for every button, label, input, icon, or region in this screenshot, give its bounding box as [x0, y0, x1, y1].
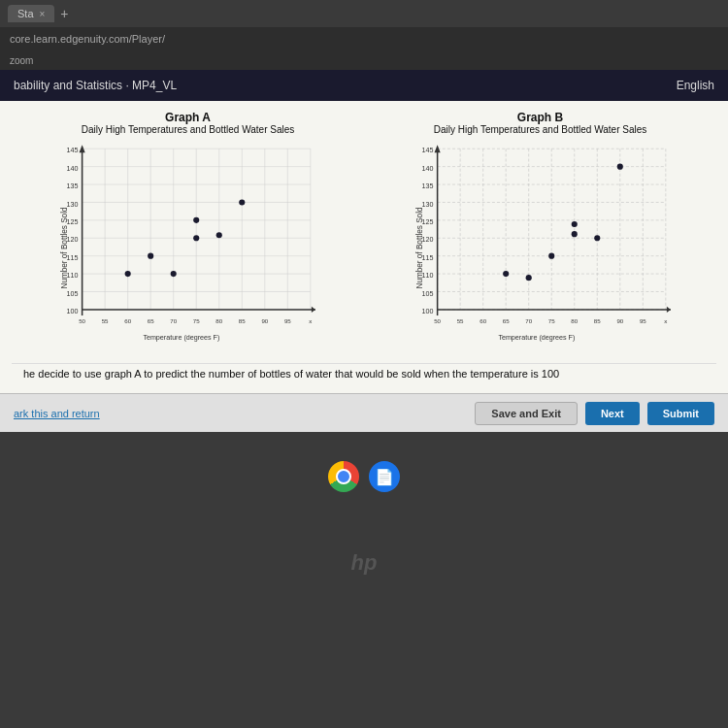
svg-point-50 [171, 271, 177, 277]
svg-text:135: 135 [422, 182, 434, 190]
svg-text:120: 120 [67, 236, 79, 244]
graph-a: Number of Bottles Sold [36, 139, 337, 357]
graph-b: Number of Bottles Sold [391, 139, 692, 357]
svg-text:105: 105 [422, 290, 434, 298]
files-icon[interactable]: 📄 [369, 461, 400, 492]
graph-b-svg: Number of Bottles Sold [391, 139, 692, 357]
svg-point-107 [594, 235, 600, 241]
svg-point-109 [572, 231, 578, 237]
svg-text:60: 60 [124, 317, 131, 324]
svg-text:110: 110 [422, 272, 434, 280]
question-content: he decide to use graph A to predict the … [23, 368, 559, 380]
svg-text:85: 85 [239, 317, 246, 324]
svg-text:55: 55 [102, 317, 109, 324]
svg-point-48 [125, 271, 131, 277]
taskbar: 📄 hp [0, 432, 728, 728]
svg-text:80: 80 [571, 317, 578, 324]
svg-point-105 [548, 253, 554, 259]
svg-point-103 [503, 271, 509, 277]
action-buttons: Save and Exit Next Submit [475, 402, 714, 425]
svg-text:125: 125 [422, 218, 434, 226]
svg-point-49 [148, 253, 153, 259]
submit-button[interactable]: Submit [647, 402, 714, 425]
svg-point-53 [239, 199, 245, 205]
svg-text:90: 90 [261, 317, 268, 324]
graph-a-title-block: Graph A Daily High Temperatures and Bott… [12, 111, 364, 135]
save-exit-button[interactable]: Save and Exit [475, 402, 578, 425]
svg-text:145: 145 [67, 147, 79, 154]
svg-point-52 [216, 232, 222, 238]
svg-point-51 [193, 217, 199, 223]
svg-point-104 [526, 275, 532, 281]
graphs-titles: Graph A Daily High Temperatures and Bott… [12, 111, 716, 135]
tab-label: Sta [17, 8, 34, 19]
svg-text:115: 115 [67, 254, 79, 262]
tab-close-button[interactable]: × [40, 9, 46, 19]
hp-logo: hp [351, 550, 378, 576]
browser-bar: Sta × + [0, 0, 728, 27]
zoom-bar: zoom [0, 50, 728, 70]
svg-text:130: 130 [422, 201, 434, 209]
svg-text:x: x [309, 317, 312, 324]
svg-text:65: 65 [503, 317, 510, 324]
app-header: bability and Statistics · MP4_VL English [0, 70, 728, 101]
browser-tab[interactable]: Sta × [8, 5, 54, 22]
svg-text:125: 125 [67, 218, 79, 226]
svg-text:80: 80 [215, 317, 222, 324]
svg-text:70: 70 [525, 317, 532, 324]
svg-text:75: 75 [193, 317, 200, 324]
svg-text:Temperature (degrees F): Temperature (degrees F) [143, 334, 219, 342]
svg-text:115: 115 [422, 254, 434, 262]
svg-text:50: 50 [79, 317, 85, 324]
svg-text:70: 70 [170, 317, 177, 324]
svg-text:75: 75 [548, 317, 555, 324]
svg-text:Temperature (degrees F): Temperature (degrees F) [498, 334, 575, 342]
graph-a-title: Graph A [12, 111, 364, 124]
next-button[interactable]: Next [585, 402, 640, 425]
svg-text:120: 120 [422, 236, 434, 244]
graph-a-subtitle: Daily High Temperatures and Bottled Wate… [12, 124, 364, 135]
svg-text:110: 110 [67, 272, 79, 280]
mark-return-link[interactable]: ark this and return [14, 408, 100, 419]
svg-marker-25 [312, 307, 315, 313]
chrome-icon[interactable] [328, 461, 359, 492]
svg-text:55: 55 [457, 317, 464, 324]
graph-b-title-block: Graph B Daily High Temperatures and Bott… [364, 111, 716, 135]
svg-text:105: 105 [67, 290, 79, 298]
svg-text:50: 50 [434, 317, 441, 324]
svg-text:x: x [664, 317, 667, 324]
new-tab-button[interactable]: + [60, 6, 68, 21]
svg-point-108 [617, 164, 623, 170]
svg-text:95: 95 [640, 317, 646, 324]
graphs-row: Number of Bottles Sold [12, 139, 716, 357]
bottom-bar: ark this and return Save and Exit Next S… [0, 393, 728, 432]
address-bar: core.learn.edgenuity.com/Player/ [0, 27, 728, 50]
svg-text:140: 140 [67, 165, 79, 173]
svg-text:90: 90 [616, 317, 623, 324]
svg-text:100: 100 [67, 308, 79, 315]
svg-text:145: 145 [422, 147, 434, 154]
question-text: he decide to use graph A to predict the … [12, 363, 716, 385]
svg-text:60: 60 [480, 317, 486, 324]
graph-a-svg: Number of Bottles Sold [36, 139, 337, 357]
svg-marker-80 [667, 307, 671, 313]
svg-text:85: 85 [594, 317, 601, 324]
svg-text:140: 140 [422, 165, 434, 173]
main-content: Graph A Daily High Temperatures and Bott… [0, 101, 728, 393]
graph-b-title: Graph B [364, 111, 716, 124]
svg-point-54 [193, 235, 199, 241]
svg-text:130: 130 [67, 201, 79, 209]
app-title: bability and Statistics · MP4_VL [14, 79, 177, 92]
app-language: English [677, 79, 714, 92]
svg-text:65: 65 [148, 317, 154, 324]
svg-point-106 [572, 221, 578, 227]
svg-text:95: 95 [284, 317, 291, 324]
svg-text:100: 100 [422, 308, 434, 315]
graph-b-subtitle: Daily High Temperatures and Bottled Wate… [364, 124, 716, 135]
svg-text:135: 135 [67, 182, 79, 190]
taskbar-icons: 📄 [328, 461, 400, 492]
zoom-text: zoom [10, 55, 33, 66]
address-text: core.learn.edgenuity.com/Player/ [10, 33, 165, 45]
